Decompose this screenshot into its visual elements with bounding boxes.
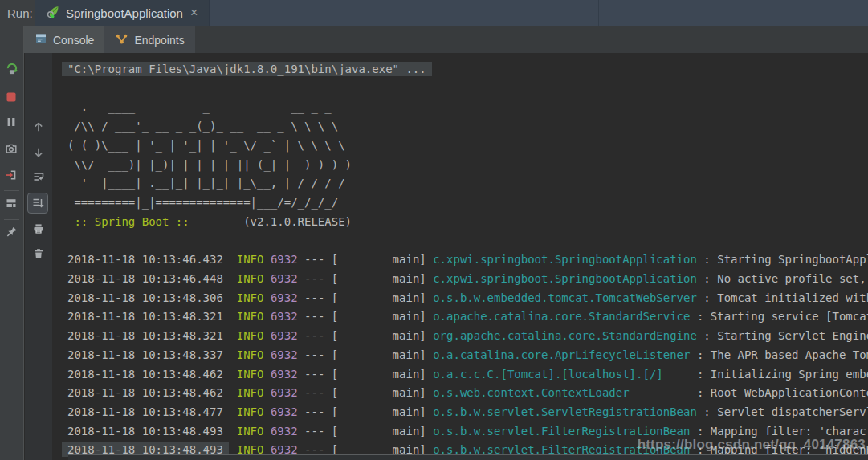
run-toolwindow-header: Run: SpringbootApplication × (0, 0, 868, 26)
tab-console-label: Console (53, 34, 94, 47)
console-line: /\\ / ___'_ __ _ _(_)_ __ __ _ \ \ \ \ (67, 117, 868, 136)
exit-button[interactable] (5, 169, 18, 181)
run-toolbar (0, 26, 24, 460)
horizontal-scrollbar-track (68, 455, 868, 460)
console-line: 2018-11-18 10:13:48.321 INFO 6932 --- [ … (67, 307, 868, 327)
print-button[interactable] (32, 222, 45, 235)
console-line (67, 79, 868, 99)
arrow-up-icon (32, 120, 45, 133)
console-line: 2018-11-18 10:13:46.432 INFO 6932 --- [ … (67, 250, 868, 270)
rerun-icon (5, 61, 18, 75)
pin-icon (5, 225, 18, 238)
arrow-down-icon (32, 146, 45, 159)
scroll-to-end-button[interactable] (27, 193, 48, 214)
console-line: . ____ _ __ _ _ (67, 98, 868, 117)
console-line: 2018-11-18 10:13:46.448 INFO 6932 --- [ … (67, 270, 868, 289)
scroll-to-end-icon (31, 197, 44, 210)
run-label: Run: (0, 0, 35, 26)
exit-icon (5, 169, 18, 181)
tab-endpoints[interactable]: Endpoints (104, 26, 194, 53)
console-line: 2018-11-18 10:13:48.462 INFO 6932 --- [ … (67, 384, 868, 403)
console-line: =========|_|==============|___/=/_/_/_/ (67, 193, 868, 213)
pause-icon (5, 116, 18, 128)
close-icon[interactable]: × (189, 6, 199, 19)
thread-dump-button[interactable] (5, 142, 18, 155)
console-line: ( ( )\___ | '_ | '_| | '_ \/ _` | \ \ \ … (67, 136, 868, 156)
console-toolbar (25, 53, 52, 460)
stop-icon (5, 91, 18, 104)
console-line: 2018-11-18 10:13:48.477 INFO 6932 --- [ … (67, 403, 868, 422)
console-icon (35, 32, 47, 47)
console-line (67, 231, 868, 250)
console-line: 2018-11-18 10:13:48.306 INFO 6932 --- [ … (67, 289, 868, 308)
spring-boot-leaf-icon (47, 5, 60, 22)
console-line: :: Spring Boot :: (v2.1.0.RELEASE) (67, 213, 868, 232)
pause-button[interactable] (5, 116, 18, 128)
endpoints-icon (115, 32, 128, 48)
scroll-down-button[interactable] (32, 146, 45, 159)
console-line: ' |____| .__|_| |_|_| |_\__, | / / / / (67, 174, 868, 193)
view-tabbar: Console Endpoints (24, 26, 868, 53)
pin-button[interactable] (5, 225, 18, 238)
header-divider (598, 0, 599, 26)
tab-console[interactable]: Console (24, 26, 104, 53)
run-tab-springbootapplication[interactable]: SpringbootApplication × (35, 0, 210, 26)
console-line: 2018-11-18 10:13:48.321 INFO 6932 --- [ … (67, 327, 868, 346)
print-icon (32, 222, 45, 235)
watermark-url: https://blog.csdn.net/qq_40147863 (638, 437, 866, 453)
rerun-button[interactable] (5, 61, 18, 74)
tab-endpoints-label: Endpoints (134, 34, 184, 47)
scroll-up-button[interactable] (32, 120, 45, 133)
soft-wrap-button[interactable] (32, 170, 45, 183)
console-line: \\/ ___)| |_)| | | | | || (_| | ) ) ) ) (67, 156, 868, 175)
camera-icon (5, 142, 18, 155)
soft-wrap-icon (32, 170, 45, 183)
layout-icon (5, 197, 18, 210)
console-line: 2018-11-18 10:13:48.337 INFO 6932 --- [ … (67, 346, 868, 365)
toolbar-divider (4, 219, 19, 220)
trash-icon (32, 247, 45, 260)
console-line: "C:\Program Files\Java\jdk1.8.0_191\bin\… (67, 60, 868, 79)
run-tab-title: SpringbootApplication (66, 6, 183, 20)
console-output[interactable]: "C:\Program Files\Java\jdk1.8.0_191\bin\… (52, 53, 868, 460)
clear-all-button[interactable] (32, 247, 45, 260)
restore-layout-button[interactable] (5, 197, 18, 210)
toolbar-divider (4, 190, 19, 191)
stop-button[interactable] (5, 91, 18, 104)
console-line: 2018-11-18 10:13:48.462 INFO 6932 --- [ … (67, 365, 868, 385)
